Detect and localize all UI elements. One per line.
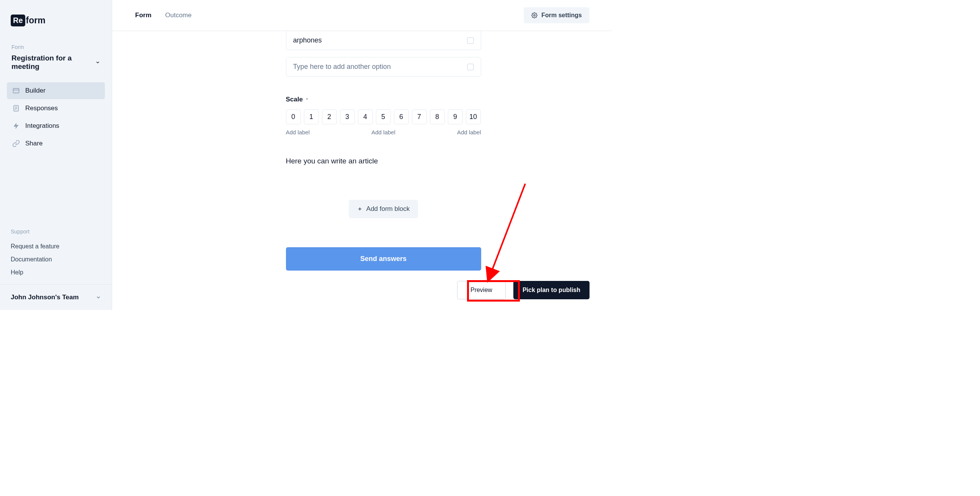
scale-option-6[interactable]: 6 <box>394 109 409 124</box>
option-item[interactable]: arphones <box>286 31 481 50</box>
team-name: John Johnson's Team <box>11 294 79 301</box>
support-link-help[interactable]: Help <box>11 266 101 279</box>
scale-option-9[interactable]: 9 <box>448 109 463 124</box>
scale-add-label-left[interactable]: Add label <box>286 129 310 135</box>
scale-option-0[interactable]: 0 <box>286 109 301 124</box>
sidebar-item-label: Builder <box>25 87 46 95</box>
content: arphones Type here to add another option… <box>112 31 612 310</box>
form-canvas: arphones Type here to add another option… <box>286 31 481 310</box>
sidebar-item-label: Integrations <box>25 122 59 130</box>
scale-labels-row: Add label Add label Add label <box>286 129 481 135</box>
scale-block: Scale * 0 1 2 3 4 5 6 7 8 9 10 <box>286 96 481 135</box>
add-block-label: Add form block <box>366 205 410 213</box>
support-link-request-feature[interactable]: Request a feature <box>11 240 101 253</box>
scale-label: Scale <box>286 96 303 103</box>
support-link-documentation[interactable]: Documentation <box>11 253 101 266</box>
scale-option-10[interactable]: 10 <box>466 109 481 124</box>
bottom-bar: Preview Pick plan to publish <box>457 281 590 299</box>
form-name: Registration for a meeting <box>11 54 93 71</box>
tab-form[interactable]: Form <box>135 11 152 19</box>
sidebar-section-label: Form <box>0 37 112 54</box>
preview-button[interactable]: Preview <box>457 281 506 299</box>
topbar: Form Outcome Form settings <box>112 0 612 31</box>
form-settings-label: Form settings <box>541 12 582 19</box>
share-icon <box>12 140 20 147</box>
main: Form Outcome Form settings arphones <box>112 0 612 310</box>
integrations-icon <box>12 122 20 130</box>
scale-option-7[interactable]: 7 <box>412 109 427 124</box>
scale-label-row: Scale * <box>286 96 481 103</box>
sidebar-support: Support Request a feature Documentation … <box>0 228 112 284</box>
sidebar-item-label: Share <box>25 140 42 147</box>
scale-option-8[interactable]: 8 <box>430 109 445 124</box>
svg-rect-0 <box>13 88 19 93</box>
sidebar-item-label: Responses <box>25 104 58 112</box>
send-answers-button[interactable]: Send answers <box>286 247 481 271</box>
chevron-down-icon <box>95 60 100 65</box>
scale-option-3[interactable]: 3 <box>340 109 355 124</box>
plus-icon <box>357 206 363 212</box>
sidebar-item-share[interactable]: Share <box>7 135 105 152</box>
scale-add-label-right[interactable]: Add label <box>457 129 481 135</box>
sidebar-item-builder[interactable]: Builder <box>7 82 105 99</box>
scale-option-1[interactable]: 1 <box>304 109 319 124</box>
option-placeholder[interactable]: Type here to add another option <box>293 63 467 71</box>
team-selector[interactable]: John Johnson's Team <box>0 284 112 310</box>
checkbox[interactable] <box>467 64 474 70</box>
tabs: Form Outcome <box>135 11 191 19</box>
chevron-down-icon <box>96 295 101 300</box>
scale-buttons: 0 1 2 3 4 5 6 7 8 9 10 <box>286 109 481 124</box>
scale-option-4[interactable]: 4 <box>358 109 373 124</box>
responses-icon <box>12 104 20 112</box>
builder-icon <box>12 87 20 95</box>
checkbox[interactable] <box>467 37 474 44</box>
add-form-block-button[interactable]: Add form block <box>349 200 418 218</box>
svg-point-6 <box>534 15 535 16</box>
add-block-row: Add form block <box>286 200 481 218</box>
sidebar: Re form Form Registration for a meeting … <box>0 0 112 310</box>
gear-icon <box>531 12 537 18</box>
tab-outcome[interactable]: Outcome <box>165 11 192 19</box>
article-text-block[interactable]: Here you can write an article <box>286 157 481 165</box>
sidebar-nav: Builder Responses Integrations <box>0 82 112 153</box>
form-selector[interactable]: Registration for a meeting <box>0 54 112 82</box>
scale-option-5[interactable]: 5 <box>376 109 391 124</box>
option-text[interactable]: arphones <box>293 36 467 44</box>
publish-button[interactable]: Pick plan to publish <box>513 281 590 299</box>
form-settings-button[interactable]: Form settings <box>524 7 590 23</box>
logo[interactable]: Re form <box>0 0 112 37</box>
scale-add-label-middle[interactable]: Add label <box>371 129 395 135</box>
required-indicator: * <box>306 97 308 103</box>
logo-prefix: Re <box>11 15 25 26</box>
scale-option-2[interactable]: 2 <box>322 109 337 124</box>
sidebar-item-responses[interactable]: Responses <box>7 100 105 117</box>
support-label: Support <box>11 228 101 235</box>
logo-suffix: form <box>26 15 46 26</box>
sidebar-item-integrations[interactable]: Integrations <box>7 117 105 134</box>
option-add[interactable]: Type here to add another option <box>286 57 481 77</box>
